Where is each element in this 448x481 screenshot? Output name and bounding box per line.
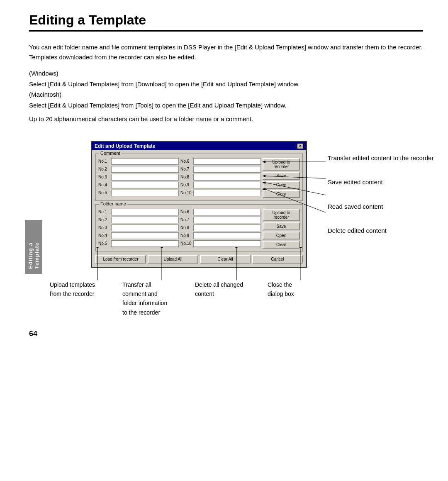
annotation-read-saved: Read saved content xyxy=(328,202,444,212)
folder-no7-input[interactable] xyxy=(193,217,261,223)
folder-right-fields: No.6 No.7 No.8 xyxy=(180,209,261,249)
field-row: No.5 xyxy=(98,190,179,196)
field-row: No.7 xyxy=(180,166,261,173)
dialog-titlebar: Edit and Upload Template × xyxy=(92,142,306,150)
comment-no4-input[interactable] xyxy=(111,182,179,188)
folder-no10-input[interactable] xyxy=(193,240,261,247)
annotation-save-edited: Save edited content xyxy=(328,178,444,187)
folder-section: Folder name No.1 No.2 xyxy=(95,204,303,251)
annotation-load-from-recorder: Upload templatesfrom the recorder xyxy=(50,280,122,317)
annotation-cancel: Close thedialog box xyxy=(268,280,340,317)
folder-no6-input[interactable] xyxy=(193,209,261,215)
comment-no1-input[interactable] xyxy=(111,158,179,165)
comment-left-fields: No.1 No.2 No.3 xyxy=(98,158,179,198)
annotation-clear-all: Delete all changedcontent xyxy=(195,280,268,317)
folder-no1-input[interactable] xyxy=(111,209,179,215)
folder-clear-button[interactable]: Clear xyxy=(263,241,300,249)
field-row: No.4 xyxy=(98,232,179,239)
folder-upload-button[interactable]: Upload to recorder xyxy=(263,209,300,221)
intro-paragraph: You can edit folder name and file commen… xyxy=(29,42,423,62)
folder-save-button[interactable]: Save xyxy=(263,222,300,230)
instructions: (Windows) Select [Edit & Upload Template… xyxy=(29,68,423,125)
field-row: No.3 xyxy=(98,174,179,181)
comment-no9-input[interactable] xyxy=(193,182,261,188)
comment-right-fields: No.6 No.7 No.8 xyxy=(180,158,261,198)
field-row: No.4 xyxy=(98,182,179,188)
page-title: Editing a Template xyxy=(29,12,423,32)
field-row: No.2 xyxy=(98,166,179,173)
field-row: No.9 xyxy=(180,182,261,188)
upload-all-button[interactable]: Upload All xyxy=(148,255,198,264)
field-row: No.1 xyxy=(98,209,179,215)
sidebar-label: Editing a Template xyxy=(25,220,42,274)
field-row: No.10 xyxy=(180,240,261,247)
field-row: No.8 xyxy=(180,174,261,181)
bottom-annotations-row: Upload templatesfrom the recorder Transf… xyxy=(50,280,340,317)
folder-buttons: Upload to recorder Save Open Clear xyxy=(263,209,300,249)
clear-all-button[interactable]: Clear All xyxy=(200,255,251,264)
folder-no3-input[interactable] xyxy=(111,225,179,231)
folder-no9-input[interactable] xyxy=(193,232,261,239)
folder-no2-input[interactable] xyxy=(111,217,179,223)
field-row: No.9 xyxy=(180,232,261,239)
folder-open-button[interactable]: Open xyxy=(263,232,300,239)
field-row: No.5 xyxy=(98,240,179,247)
comment-no3-input[interactable] xyxy=(111,174,179,181)
annotation-upload-to-recorder: Transfer edited content to the recorder xyxy=(328,154,444,163)
comment-no5-input[interactable] xyxy=(111,190,179,196)
comment-section-label: Comment xyxy=(99,151,122,156)
comment-save-button[interactable]: Save xyxy=(263,172,300,180)
folder-no8-input[interactable] xyxy=(193,225,261,231)
field-row: No.3 xyxy=(98,225,179,231)
comment-no7-input[interactable] xyxy=(193,166,261,173)
comment-open-button[interactable]: Open xyxy=(263,181,300,189)
annotation-upload-all: Transfer allcomment andfolder informatio… xyxy=(122,280,195,317)
folder-no5-input[interactable] xyxy=(111,240,179,247)
annotation-delete-edited: Delete edited content xyxy=(328,226,444,236)
page-number: 64 xyxy=(29,330,423,338)
field-row: No.1 xyxy=(98,158,179,165)
comment-no2-input[interactable] xyxy=(111,166,179,173)
folder-no4-input[interactable] xyxy=(111,232,179,239)
comment-section: Comment No.1 No.2 xyxy=(95,154,303,201)
cancel-button[interactable]: Cancel xyxy=(252,255,303,264)
comment-no10-input[interactable] xyxy=(193,190,261,196)
dialog-close-button[interactable]: × xyxy=(297,143,304,149)
dialog-box: Edit and Upload Template × Comment xyxy=(91,141,307,268)
comment-no6-input[interactable] xyxy=(193,158,261,165)
folder-section-label: Folder name xyxy=(99,201,127,206)
comment-no8-input[interactable] xyxy=(193,174,261,181)
load-from-recorder-button[interactable]: Load from recorder xyxy=(95,255,146,264)
field-row: No.2 xyxy=(98,217,179,223)
comment-clear-button[interactable]: Clear xyxy=(263,190,300,198)
dialog-title: Edit and Upload Template xyxy=(95,143,155,149)
field-row: No.8 xyxy=(180,225,261,231)
right-annotations: Transfer edited content to the recorder … xyxy=(328,154,444,236)
field-row: No.6 xyxy=(180,209,261,215)
comment-buttons: Upload to recorder Save Open Clear xyxy=(263,158,300,198)
folder-left-fields: No.1 No.2 No.3 xyxy=(98,209,179,249)
bottom-buttons: Load from recorder Upload All Clear All … xyxy=(95,255,303,264)
field-row: No.6 xyxy=(180,158,261,165)
comment-upload-button[interactable]: Upload to recorder xyxy=(263,158,300,171)
page-container: Editing a Template Editing a Template Yo… xyxy=(25,12,423,338)
field-row: No.10 xyxy=(180,190,261,196)
field-row: No.7 xyxy=(180,217,261,223)
bottom-annotations-section: Upload templatesfrom the recorder Transf… xyxy=(50,280,423,317)
